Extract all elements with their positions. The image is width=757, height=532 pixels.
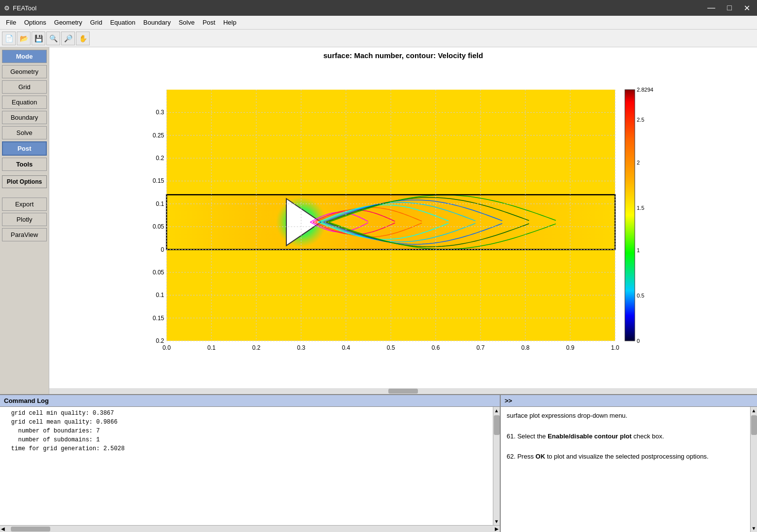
paraview-button[interactable]: ParaView [2,228,47,241]
sidebar-item-grid[interactable]: Grid [2,80,47,94]
log-line: number of subdomains: 1 [4,435,489,444]
command-log-title: Command Log [4,397,49,404]
menu-item-help[interactable]: Help [219,17,241,28]
zoom-out-button[interactable]: 🔎 [61,32,75,45]
close-button[interactable]: ✕ [741,2,753,14]
new-button[interactable]: 📄 [2,32,16,45]
log-line: time for grid generation: 2.5028 [4,444,489,453]
plot-area: surface: Mach number, contour: Velocity … [49,47,757,394]
zoom-in-button[interactable]: 🔍 [46,32,60,45]
sidebar-item-solve[interactable]: Solve [2,126,47,139]
right-panel-vscroll-thumb[interactable] [751,415,757,435]
pan-button[interactable]: ✋ [76,32,90,45]
menu-item-post[interactable]: Post [199,17,219,28]
sidebar-item-post[interactable]: Post [2,141,47,156]
log-line: number of boundaries: 7 [4,427,489,435]
plot-hscrollbar[interactable] [49,388,757,394]
sidebar-item-geometry[interactable]: Geometry [2,65,47,78]
app-icon: ⚙ [4,4,10,12]
log-vscroll-thumb[interactable] [494,415,500,435]
titlebar-left: ⚙ FEATool [4,4,36,12]
maximize-button[interactable]: □ [724,2,735,14]
log-line: grid cell min quality: 0.3867 [4,409,489,418]
plot-canvas-container [49,62,757,388]
menu-item-boundary[interactable]: Boundary [139,17,175,28]
menu-item-equation[interactable]: Equation [106,17,139,28]
sidebar-item-tools[interactable]: Tools [2,158,47,171]
open-button[interactable]: 📂 [17,32,31,45]
right-panel-line-1: surface plot expressions drop-down menu. [507,411,744,421]
content-area: Mode Geometry Grid Equation Boundary Sol… [0,47,757,394]
titlebar-controls: — □ ✕ [704,2,753,14]
plot-options-button[interactable]: Plot Options [2,175,47,188]
right-panel-line-5: 62. Press OK to plot and visualize the s… [507,452,744,462]
right-panel-line-3: 61. Select the Enable/disable contour pl… [507,432,744,442]
sidebar-mode-label: Mode [2,50,47,63]
export-button[interactable]: Export [2,198,47,211]
app-title: FEATool [13,4,36,12]
command-log-header: Command Log [0,395,500,407]
log-line: grid cell mean quality: 0.9866 [4,418,489,427]
sidebar-item-boundary[interactable]: Boundary [2,111,47,124]
log-vscrollbar[interactable]: ▲ ▼ [493,407,500,525]
menu-item-grid[interactable]: Grid [86,17,106,28]
menubar: FileOptionsGeometryGridEquationBoundaryS… [0,16,757,30]
toolbar: 📄 📂 💾 🔍 🔎 ✋ [0,30,757,47]
right-panel-cmd: >> [505,397,512,404]
menu-item-file[interactable]: File [2,17,20,28]
plot-title: surface: Mach number, contour: Velocity … [49,47,757,62]
right-panel-header: >> [501,395,757,407]
save-button[interactable]: 💾 [32,32,45,45]
sidebar: Mode Geometry Grid Equation Boundary Sol… [0,47,49,394]
minimize-button[interactable]: — [704,2,718,14]
hscroll-thumb[interactable] [388,389,418,394]
right-panel: >> surface plot expressions drop-down me… [501,395,757,532]
log-hscroll-thumb[interactable] [11,527,50,532]
plotly-button[interactable]: Plotly [2,213,47,226]
right-panel-body[interactable]: surface plot expressions drop-down menu.… [501,407,750,532]
sidebar-item-equation[interactable]: Equation [2,96,47,109]
right-panel-line-2 [507,421,744,432]
menu-item-solve[interactable]: Solve [174,17,199,28]
plot-canvas[interactable] [132,80,674,370]
right-panel-line-4 [507,441,744,452]
titlebar: ⚙ FEATool — □ ✕ [0,0,757,16]
main-layout: Mode Geometry Grid Equation Boundary Sol… [0,47,757,532]
log-scroll-container: grid cell min quality: 0.3867 grid cell … [0,407,500,525]
command-log-body[interactable]: grid cell min quality: 0.3867 grid cell … [0,407,493,525]
command-log: Command Log grid cell min quality: 0.386… [0,395,501,532]
right-panel-vscrollbar[interactable]: ▲ ▼ [750,407,757,532]
menu-item-geometry[interactable]: Geometry [50,17,86,28]
bottom-section: Command Log grid cell min quality: 0.386… [0,394,757,532]
menu-item-options[interactable]: Options [20,17,50,28]
